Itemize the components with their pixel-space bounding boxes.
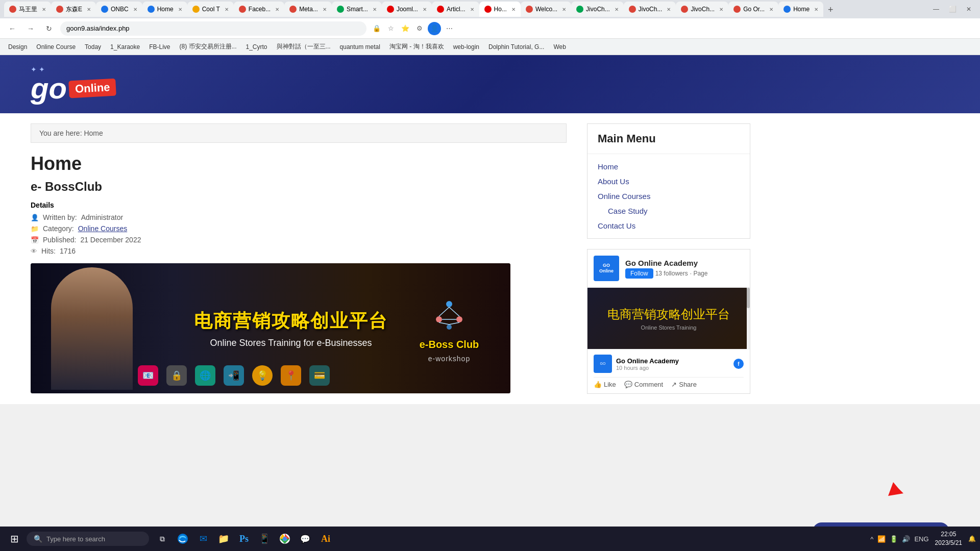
tab-close-3[interactable]: ✕ bbox=[133, 7, 137, 12]
minimize-button[interactable]: — bbox=[929, 2, 943, 16]
svg-line-4 bbox=[439, 307, 449, 316]
tab-close-14[interactable]: ✕ bbox=[667, 7, 671, 12]
tab-11-active[interactable]: Ho... ✕ bbox=[479, 2, 521, 17]
extensions-icon[interactable]: ⋯ bbox=[443, 22, 455, 35]
tab-close-8[interactable]: ✕ bbox=[373, 7, 377, 12]
tab-close-17[interactable]: ✕ bbox=[814, 7, 818, 12]
profile-avatar[interactable]: 👤 bbox=[428, 22, 441, 35]
fb-logo-text: GOOnline bbox=[599, 263, 614, 274]
tab-5[interactable]: Cool T ✕ bbox=[187, 2, 234, 17]
refresh-button[interactable]: ↻ bbox=[42, 21, 56, 36]
address-input[interactable]: goon9.asia/index.php bbox=[60, 21, 366, 36]
bookmark-web[interactable]: Web bbox=[549, 42, 570, 52]
tab-close-10[interactable]: ✕ bbox=[470, 7, 474, 12]
bookmark-karaoke[interactable]: 1_Karaoke bbox=[106, 42, 144, 52]
tab-close-15[interactable]: ✕ bbox=[719, 7, 723, 12]
tab-16[interactable]: Go Or... ✕ bbox=[728, 2, 778, 17]
back-button[interactable]: ← bbox=[5, 21, 19, 36]
site-header: ✦ ✦ go Online bbox=[0, 55, 980, 113]
close-button[interactable]: ✕ bbox=[962, 2, 976, 16]
svg-line-6 bbox=[439, 322, 449, 324]
fb-like-button[interactable]: 👍 Like bbox=[594, 381, 616, 388]
bookmark-design[interactable]: Design bbox=[4, 42, 31, 52]
tab-4[interactable]: Home ✕ bbox=[142, 2, 187, 17]
window-controls: — ⬜ ✕ bbox=[929, 2, 976, 16]
tab-close-6[interactable]: ✕ bbox=[275, 7, 279, 12]
tab-3[interactable]: ONBC ✕ bbox=[96, 2, 142, 17]
bookmark-web-login[interactable]: web-login bbox=[449, 42, 483, 52]
bookmark-shenduihua[interactable]: 與神對話（一至三... bbox=[273, 41, 335, 53]
tab-17[interactable]: Home ✕ bbox=[778, 2, 823, 17]
tab-13[interactable]: JivoCh... ✕ bbox=[571, 2, 624, 17]
menu-item-home: Home bbox=[587, 159, 750, 174]
bookmark-today-label: Today bbox=[85, 43, 101, 51]
forward-button[interactable]: → bbox=[23, 21, 38, 36]
tab-8[interactable]: Smart... ✕ bbox=[332, 2, 382, 17]
new-tab-button[interactable]: + bbox=[823, 3, 838, 17]
bookmark-fb-live[interactable]: FB-Live bbox=[145, 42, 174, 52]
category-link[interactable]: Online Courses bbox=[78, 224, 128, 233]
tab-1[interactable]: 马王里 ✕ bbox=[4, 2, 51, 17]
tab-close-16[interactable]: ✕ bbox=[769, 7, 773, 12]
written-by-label: Written by: bbox=[43, 213, 77, 221]
fb-post-name-area: Go Online Academy 10 hours ago bbox=[616, 357, 679, 371]
tab-close-2[interactable]: ✕ bbox=[87, 7, 91, 12]
favorites-icon[interactable]: ☆ bbox=[385, 22, 397, 35]
fb-follow-button[interactable]: Follow bbox=[625, 268, 653, 279]
tab-close-1[interactable]: ✕ bbox=[42, 7, 46, 12]
read-aloud-icon[interactable]: 🔒 bbox=[371, 22, 383, 35]
page-wrapper: ✦ ✦ go Online You are here: Home H bbox=[0, 55, 980, 404]
published-row: 📅 Published: 21 December 2022 bbox=[31, 236, 567, 244]
collections-icon[interactable]: ⭐ bbox=[399, 22, 411, 35]
bookmark-cyrto[interactable]: 1_Cyrto bbox=[242, 42, 272, 52]
fb-share-button[interactable]: ↗ Share bbox=[671, 381, 697, 388]
tab-9[interactable]: Jooml... ✕ bbox=[382, 2, 432, 17]
tab-favicon-11 bbox=[484, 6, 492, 13]
tab-2[interactable]: 东森E ✕ bbox=[51, 2, 96, 17]
menu-link-case-study[interactable]: Case Study bbox=[587, 204, 750, 218]
bookmark-web-label: Web bbox=[553, 43, 566, 51]
comment-icon: 💬 bbox=[624, 381, 632, 388]
tab-close-9[interactable]: ✕ bbox=[423, 7, 427, 12]
menu-link-about[interactable]: About Us bbox=[587, 174, 750, 189]
fb-video-thumbnail[interactable]: 电商营销攻略创业平台 Online Stores Training bbox=[587, 288, 750, 349]
scrollbar-thumb[interactable] bbox=[747, 288, 750, 308]
written-by-value: Administrator bbox=[81, 213, 123, 221]
menu-link-online-courses[interactable]: Online Courses bbox=[587, 189, 750, 204]
tab-close-12[interactable]: ✕ bbox=[562, 7, 566, 12]
folder-icon: 📁 bbox=[31, 225, 39, 233]
published-value: 21 December 2022 bbox=[80, 236, 141, 244]
bookmark-quantum[interactable]: quantum metal bbox=[336, 42, 384, 52]
share-icon: ↗ bbox=[671, 381, 677, 388]
tab-close-13[interactable]: ✕ bbox=[615, 7, 619, 12]
tab-close-4[interactable]: ✕ bbox=[178, 7, 182, 12]
bookmark-taobao[interactable]: 淘宝网 - 淘！我喜欢 bbox=[385, 41, 448, 53]
tab-10[interactable]: Articl... ✕ bbox=[432, 2, 479, 17]
tab-14[interactable]: JivoCh... ✕ bbox=[624, 2, 676, 17]
tab-label-2: 东森E bbox=[66, 5, 82, 14]
menu-link-contact[interactable]: Contact Us bbox=[587, 218, 750, 233]
menu-link-home[interactable]: Home bbox=[587, 159, 750, 174]
tab-6[interactable]: Faceb... ✕ bbox=[234, 2, 284, 17]
bookmark-online-course[interactable]: Online Course bbox=[32, 42, 80, 52]
tab-close-5[interactable]: ✕ bbox=[225, 7, 229, 12]
tab-close-7[interactable]: ✕ bbox=[323, 7, 327, 12]
browser-frame: 马王里 ✕ 东森E ✕ ONBC ✕ Home ✕ Cool T ✕ bbox=[0, 0, 980, 55]
fb-comment-button[interactable]: 💬 Comment bbox=[624, 381, 663, 388]
restore-button[interactable]: ⬜ bbox=[945, 2, 960, 16]
tab-12[interactable]: Welco... ✕ bbox=[521, 2, 571, 17]
svg-point-2 bbox=[456, 316, 462, 322]
bookmark-dolphin[interactable]: Dolphin Tutorial, G... bbox=[484, 42, 548, 52]
tab-label-17: Home bbox=[793, 6, 810, 13]
tab-label-15: JivoCh... bbox=[691, 6, 715, 13]
fb-video-en-text: Online Stores Training bbox=[607, 324, 730, 331]
tab-7[interactable]: Meta... ✕ bbox=[284, 2, 332, 17]
bookmark-binance[interactable]: (8) 币安交易所注册... bbox=[176, 41, 241, 53]
tab-favicon-2 bbox=[56, 6, 63, 13]
bookmark-today[interactable]: Today bbox=[81, 42, 105, 52]
settings-icon[interactable]: ⚙ bbox=[413, 22, 426, 35]
tab-close-11[interactable]: ✕ bbox=[511, 7, 516, 12]
tab-15[interactable]: JivoCh... ✕ bbox=[676, 2, 728, 17]
tab-favicon-3 bbox=[101, 6, 108, 13]
breadcrumb-label: You are here: bbox=[39, 129, 82, 137]
